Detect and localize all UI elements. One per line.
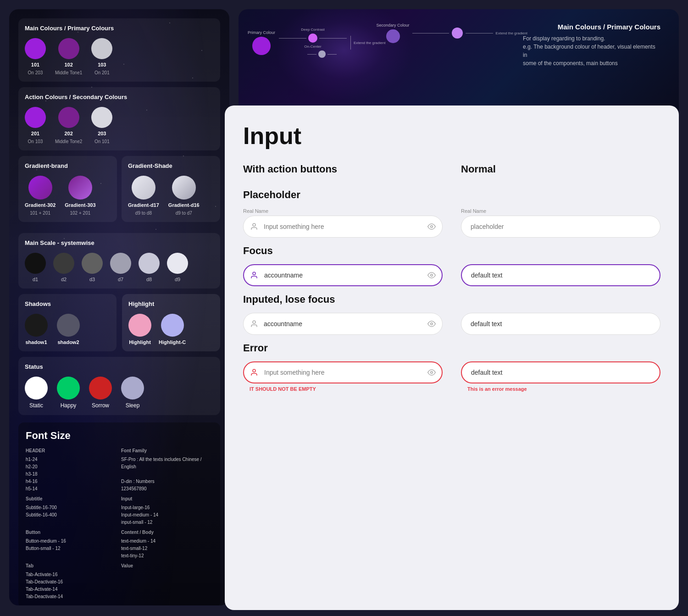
swatch-202-sublabel: Middle Tone2 xyxy=(55,139,82,144)
svg-point-2 xyxy=(253,272,255,275)
error-right-input[interactable] xyxy=(461,361,660,383)
font-button-items: Button-medium - 16Button-small - 12 xyxy=(26,538,117,552)
focus-right-wrapper xyxy=(461,264,660,286)
status-row: Static Happy Sorrow Sleep xyxy=(25,377,214,409)
font-content-col: Content / Body text-medium - 14text-smal… xyxy=(121,530,213,560)
column-headers-row: With action buttons Normal xyxy=(243,163,660,184)
status-section: Status Static Happy Sorrow Sleep xyxy=(18,357,220,415)
status-sleep-label: Sleep xyxy=(126,402,140,409)
primary-swatches-row: 101 On 203 102 Middle Tone1 103 On 201 xyxy=(25,38,214,75)
placeholder-right-input[interactable] xyxy=(461,216,660,238)
scale-d8-circle xyxy=(139,253,160,274)
input-panel: Input With action buttons Normal Placeho… xyxy=(225,105,679,610)
shadow2-circle xyxy=(57,314,80,337)
primary-colours-title: Main Colours / Primary Colours xyxy=(25,25,214,32)
inputted-left-input[interactable] xyxy=(243,313,443,335)
gradient-302-circle xyxy=(28,176,52,200)
scale-d9-circle xyxy=(167,253,188,274)
main-scale-title: Main Scale - systemwise xyxy=(25,239,214,246)
svg-point-5 xyxy=(431,323,433,325)
swatch-102-label: 102 xyxy=(64,62,72,67)
eye-icon-error[interactable] xyxy=(427,368,436,377)
person-icon-error xyxy=(250,368,259,377)
status-sorrow: Sorrow xyxy=(89,377,112,409)
focus-left-wrapper xyxy=(243,264,443,286)
swatch-101-sublabel: On 203 xyxy=(28,70,43,75)
placeholder-group-title: Placeholder xyxy=(243,189,660,201)
line-4 xyxy=(327,54,337,55)
eye-icon-focus[interactable] xyxy=(427,271,436,280)
scale-d1-circle xyxy=(25,253,46,274)
swatch-101-label: 101 xyxy=(31,62,39,67)
swatch-103-circle xyxy=(91,38,112,59)
inputted-left xyxy=(243,313,443,338)
swatch-102: 102 Middle Tone1 xyxy=(55,38,82,75)
status-sorrow-circle xyxy=(89,377,112,400)
font-subtitle-col: Subtitle Subtitle-16-700Subtitle-16-400 xyxy=(26,496,117,526)
placeholder-right: Real Name xyxy=(461,208,660,240)
eye-icon-placeholder[interactable] xyxy=(427,222,436,231)
scale-d7-label: d7 xyxy=(118,277,123,282)
swatch-201-sublabel: On 103 xyxy=(28,139,43,144)
shadow1-item: shadow1 xyxy=(25,314,48,345)
scale-d1-label: d1 xyxy=(33,277,38,282)
font-content-items: text-medium - 14text-small-12text-tiny-1… xyxy=(121,538,213,560)
focus-group-title: Focus xyxy=(243,245,660,257)
swatch-103: 103 On 201 xyxy=(91,38,112,75)
inputted-left-wrapper xyxy=(243,313,443,335)
vertical-line xyxy=(350,36,351,50)
inputted-right-input[interactable] xyxy=(461,313,660,335)
swatch-102-circle xyxy=(58,38,79,59)
gradient-d16-sublabel: d9 to d7 xyxy=(176,211,192,216)
primary-colour-label: Primary Colour xyxy=(248,30,275,35)
swatch-202: 202 Middle Tone2 xyxy=(55,107,82,144)
focus-section-row xyxy=(243,264,660,289)
font-subtitle-col-title: Subtitle xyxy=(26,496,117,501)
swatch-101: 101 On 203 xyxy=(25,38,46,75)
deep-contrast-circle xyxy=(308,33,317,43)
swatch-202-label: 202 xyxy=(64,131,72,136)
gradient-shade-section: Gradient-Shade Gradient-d17 d9 to d8 Gra… xyxy=(122,156,220,222)
error-left-input[interactable] xyxy=(243,361,443,383)
placeholder-left-wrapper xyxy=(243,216,443,238)
focus-right-input[interactable] xyxy=(461,264,660,286)
error-section-row: IT SHOULD NOT BE EMPTY This is an error … xyxy=(243,361,660,392)
font-tab-col: Tab Tab-Activate-16Tab-Deactivate-16Tab-… xyxy=(26,563,117,600)
shadows-title: Shadows xyxy=(25,300,110,307)
deep-contrast-nodes xyxy=(279,33,347,43)
with-action-buttons-title: With action buttons xyxy=(243,163,443,175)
eye-icon-inputted[interactable] xyxy=(427,319,436,328)
font-family-col-title: Font Family xyxy=(121,448,213,453)
font-button-col: Button Button-medium - 16Button-small - … xyxy=(26,530,117,560)
gradient-d17-sublabel: d9 to d8 xyxy=(135,211,152,216)
error-right-message: This is an error message xyxy=(461,386,660,392)
secondary-line xyxy=(412,33,449,33)
gradient-d16-label: Gradient-d16 xyxy=(168,202,200,208)
placeholder-left-input[interactable] xyxy=(243,216,443,238)
swatch-203-label: 203 xyxy=(98,131,106,136)
main-colours-info: Main Colours / Primary Colours For displ… xyxy=(523,23,660,67)
scale-d2: d2 xyxy=(53,253,74,282)
scale-row: d1 d2 d3 d7 d8 xyxy=(25,253,214,282)
scale-d3: d3 xyxy=(82,253,103,282)
font-subtitle-items: Subtitle-16-700Subtitle-16-400 xyxy=(26,504,117,519)
swatch-201-circle xyxy=(25,107,46,128)
error-right-wrapper xyxy=(461,361,660,383)
main-colours-right-desc: For display regarding to branding.e.g. T… xyxy=(523,34,660,67)
error-right: This is an error message xyxy=(461,361,660,392)
gradient-d16: Gradient-d16 d9 to d7 xyxy=(168,176,200,216)
status-happy-label: Happy xyxy=(61,402,77,409)
on-center-label-left: On-Center xyxy=(304,44,321,49)
font-tab-items: Tab-Activate-16Tab-Deactivate-16Tab-Acti… xyxy=(26,571,117,600)
svg-point-4 xyxy=(253,321,255,323)
line-3 xyxy=(307,54,316,55)
inputted-right xyxy=(461,313,660,338)
font-input-col: Input Input-large-16Input-medium - 14inp… xyxy=(121,496,213,526)
scale-d8-label: d8 xyxy=(146,277,152,282)
swatch-203-sublabel: On 101 xyxy=(94,139,110,144)
font-header-col-title: HEADER xyxy=(26,448,117,453)
person-icon-focus xyxy=(250,271,259,280)
focus-left-input[interactable] xyxy=(243,264,443,286)
gradient-brand-title: Gradient-brand xyxy=(25,162,111,169)
swatch-202-circle xyxy=(58,107,79,128)
